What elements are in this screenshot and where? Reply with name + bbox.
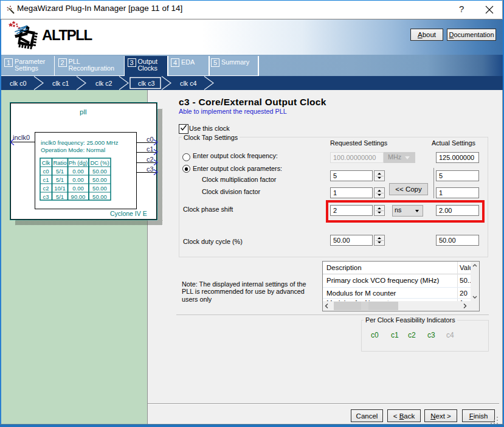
svg-text:5/1: 5/1 (56, 193, 64, 200)
svg-text:Ratio: Ratio (53, 159, 66, 166)
svg-text:0.00: 0.00 (72, 176, 84, 183)
svg-text:10/1: 10/1 (54, 185, 66, 192)
svg-text:Clk: Clk (42, 159, 50, 166)
svg-text:50.00: 50.00 (92, 185, 107, 192)
svg-text:50.00: 50.00 (92, 168, 107, 175)
svg-text:50.00: 50.00 (92, 193, 107, 200)
svg-text:c0: c0 (43, 168, 49, 175)
svg-text:DC (%): DC (%) (90, 159, 109, 166)
svg-text:c1: c1 (43, 176, 49, 183)
svg-text:5/1: 5/1 (56, 168, 64, 175)
svg-text:Ph (dg): Ph (dg) (69, 159, 88, 166)
svg-text:50.00: 50.00 (92, 176, 107, 183)
svg-text:c3: c3 (43, 193, 49, 200)
svg-text:0.00: 0.00 (72, 168, 84, 175)
svg-text:c2: c2 (43, 185, 49, 192)
svg-text:90.00: 90.00 (71, 193, 86, 200)
svg-text:5/1: 5/1 (56, 176, 64, 183)
svg-text:0.00: 0.00 (72, 185, 84, 192)
